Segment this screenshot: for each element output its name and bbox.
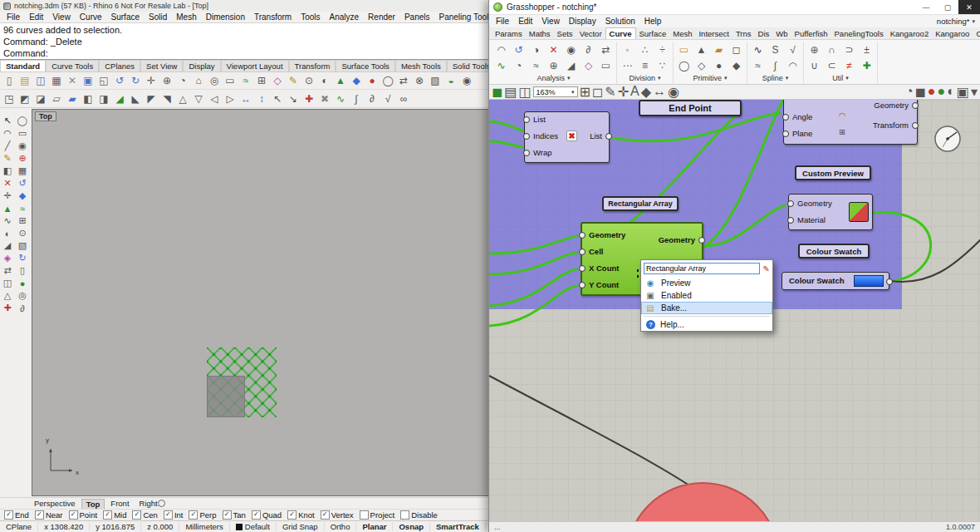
curve-tool-icon[interactable]: ✚ bbox=[858, 57, 875, 73]
custom-preview-component[interactable]: Geometry Material bbox=[788, 194, 873, 230]
canvas-toolbar-icon[interactable]: ▤ bbox=[504, 84, 517, 100]
canvas-toolbar-icon[interactable]: ◉ bbox=[668, 84, 679, 100]
rhino-menu-item[interactable]: Mesh bbox=[176, 12, 196, 22]
toolbar-icon[interactable]: ▣ bbox=[81, 74, 96, 88]
curve-tool-icon[interactable]: ∪ bbox=[806, 57, 823, 73]
side-toolbar-icon[interactable]: △ bbox=[0, 289, 15, 302]
canvas-display-icon[interactable]: ● bbox=[938, 84, 946, 100]
curve-tool-icon[interactable]: ⇄ bbox=[597, 42, 615, 57]
toolbar-icon[interactable]: ≈ bbox=[238, 74, 253, 88]
curve-tool-icon[interactable]: ◉ bbox=[562, 42, 580, 57]
canvas-toolbar-icon[interactable]: A bbox=[630, 84, 639, 100]
toolbar-icon[interactable]: ◩ bbox=[17, 91, 32, 106]
rhino-menu-item[interactable]: Transform bbox=[254, 12, 292, 22]
gh-category-tab[interactable]: Dis bbox=[755, 28, 773, 39]
toolbar-icon[interactable]: ⌂ bbox=[191, 74, 206, 88]
status-bar-item[interactable]: x 1308.420 bbox=[38, 522, 90, 531]
rhino-menu-item[interactable]: Panels bbox=[404, 12, 430, 22]
toolbar-icon[interactable]: ∫ bbox=[349, 91, 364, 106]
rhino-menu-item[interactable]: Tools bbox=[301, 12, 320, 22]
side-toolbar-icon[interactable]: ⊕ bbox=[15, 152, 30, 165]
side-toolbar-icon[interactable]: ◉ bbox=[15, 140, 30, 152]
close-button[interactable]: ✕ bbox=[958, 0, 980, 14]
status-bar-item[interactable]: SmartTrack bbox=[430, 522, 486, 531]
curve-tool-icon[interactable]: ◆ bbox=[728, 57, 745, 73]
gh-category-tab[interactable]: Pufferfish bbox=[791, 28, 831, 39]
toolbar-icon[interactable]: ↖ bbox=[270, 91, 285, 106]
input-pin-y-count[interactable]: Y Count bbox=[589, 280, 634, 289]
curve-tool-icon[interactable]: ∿ bbox=[749, 42, 767, 57]
viewport-label[interactable]: Top bbox=[35, 111, 56, 121]
toolbar-icon[interactable]: ✖ bbox=[317, 91, 332, 106]
output-pin-transform[interactable]: Transform bbox=[873, 121, 909, 130]
side-toolbar-icon[interactable]: ◐ bbox=[0, 227, 15, 239]
side-toolbar-icon[interactable]: ▯ bbox=[15, 264, 30, 277]
osnap-checkbox[interactable]: Project bbox=[360, 510, 395, 520]
toolbar-icon[interactable]: ◧ bbox=[81, 91, 96, 106]
toolbar-icon[interactable]: ✕ bbox=[65, 74, 80, 88]
osnap-checkbox[interactable]: Tan bbox=[223, 510, 246, 520]
curve-tool-icon[interactable]: ∩ bbox=[823, 42, 840, 57]
curve-tool-icon[interactable]: ◔ bbox=[510, 57, 527, 73]
curve-tool-icon[interactable]: ◑ bbox=[527, 42, 545, 57]
input-pin-material[interactable]: Material bbox=[797, 215, 826, 224]
gh-menu-item[interactable]: File bbox=[496, 17, 509, 26]
rhino-menu-item[interactable]: Render bbox=[368, 12, 395, 22]
curve-tool-icon[interactable]: ◠ bbox=[492, 42, 510, 57]
canvas-toolbar-icon[interactable]: ✛ bbox=[618, 84, 629, 100]
context-menu-item-help[interactable]: ? Help... bbox=[641, 318, 772, 331]
toolbar-icon[interactable]: ◁ bbox=[207, 91, 222, 106]
toolbar-icon[interactable]: ✛ bbox=[144, 74, 159, 88]
side-toolbar-icon[interactable]: ⊞ bbox=[15, 214, 30, 227]
side-toolbar-icon[interactable]: ◯ bbox=[15, 115, 30, 127]
rhino-menu-item[interactable]: Paneling Tools bbox=[439, 12, 493, 22]
list-item-component[interactable]: List Indices Wrap ✖ List bbox=[524, 111, 610, 163]
viewport-tab[interactable]: Front bbox=[106, 499, 133, 508]
toolbar-tab[interactable]: CPlanes bbox=[99, 60, 140, 71]
side-toolbar-icon[interactable]: ↖ bbox=[0, 115, 15, 127]
curve-tool-icon[interactable]: ↺ bbox=[510, 42, 527, 57]
gh-canvas[interactable]: List Indices Wrap ✖ List End Point Angle… bbox=[489, 100, 980, 521]
input-pin-angle[interactable]: Angle bbox=[792, 112, 812, 121]
side-toolbar-icon[interactable]: ● bbox=[15, 277, 30, 289]
output-pin-geometry[interactable]: Geometry bbox=[874, 101, 909, 110]
side-toolbar-icon[interactable]: ◢ bbox=[0, 239, 15, 252]
curve-tool-icon[interactable]: ● bbox=[710, 57, 728, 73]
status-bar-item[interactable]: Grid Snap bbox=[277, 522, 325, 531]
gh-category-tab[interactable]: Surface bbox=[636, 28, 670, 39]
colour-swatch-color[interactable] bbox=[854, 275, 884, 287]
toolbar-icon[interactable]: ▧ bbox=[428, 74, 443, 88]
toolbar-icon[interactable]: ◇ bbox=[270, 74, 285, 88]
rhino-menu-item[interactable]: Solid bbox=[149, 12, 167, 22]
toolbar-icon[interactable]: ↺ bbox=[112, 74, 127, 88]
curve-tool-icon[interactable]: ◠ bbox=[784, 57, 801, 73]
canvas-display-icon[interactable]: ◔ bbox=[905, 84, 914, 100]
osnap-checkbox[interactable]: Knot bbox=[287, 510, 315, 520]
osnap-checkbox[interactable]: Vertex bbox=[321, 510, 354, 520]
gh-category-tab[interactable]: Sets bbox=[554, 28, 576, 39]
gh-menu-item[interactable]: View bbox=[541, 17, 560, 26]
document-selector[interactable]: notching* ▾ bbox=[937, 15, 975, 27]
side-toolbar-icon[interactable]: ✕ bbox=[0, 177, 15, 190]
curve-tool-icon[interactable]: ▭ bbox=[675, 42, 693, 57]
side-toolbar-icon[interactable]: ↻ bbox=[15, 252, 30, 264]
curve-tool-icon[interactable]: ≡ bbox=[636, 57, 654, 73]
side-toolbar-icon[interactable]: ▦ bbox=[15, 165, 30, 177]
canvas-display-icon[interactable]: ◼ bbox=[915, 84, 926, 100]
curve-tool-icon[interactable]: ◇ bbox=[693, 57, 710, 73]
canvas-display-icon[interactable]: ▾ bbox=[971, 84, 978, 100]
gh-menu-item[interactable]: Solution bbox=[605, 17, 635, 26]
side-toolbar-icon[interactable]: ◧ bbox=[0, 165, 15, 177]
canvas-display-icon[interactable]: ● bbox=[928, 84, 936, 100]
curve-tool-icon[interactable]: ◦ bbox=[619, 42, 636, 57]
input-pin-list[interactable]: List bbox=[533, 115, 546, 124]
rhino-menu-item[interactable]: Analyze bbox=[330, 12, 360, 22]
colour-swatch-tag[interactable]: Colour Swatch bbox=[798, 244, 870, 259]
toolbar-icon[interactable]: ◤ bbox=[144, 91, 159, 106]
curve-tool-icon[interactable]: ≈ bbox=[749, 57, 767, 73]
minimize-button[interactable]: — bbox=[915, 0, 937, 14]
gh-category-tab[interactable]: Params bbox=[492, 28, 526, 39]
gh-category-tab[interactable]: Curve bbox=[605, 27, 636, 39]
osnap-checkbox[interactable]: Mid bbox=[103, 510, 126, 520]
input-pin-wrap[interactable]: Wrap bbox=[533, 148, 552, 157]
